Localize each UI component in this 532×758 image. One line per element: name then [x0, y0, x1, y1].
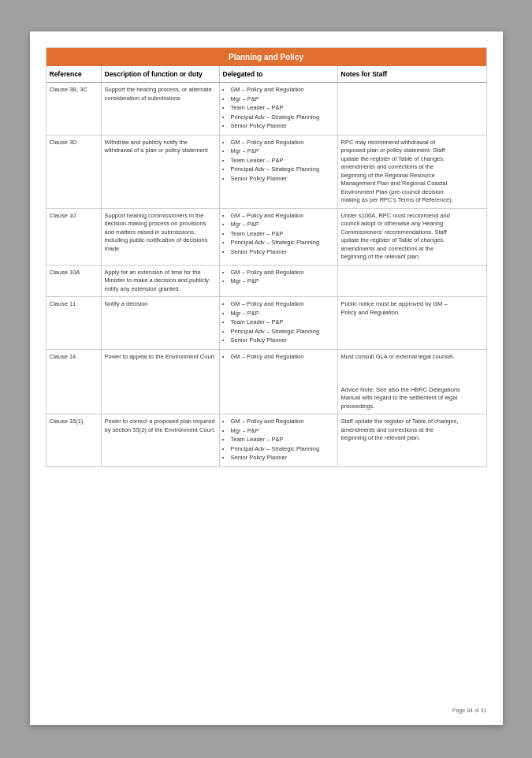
table-row: Clause 10Support hearing commissioners i… — [47, 209, 486, 266]
cell-delegated: GM – Policy and RegulationMgr – P&PTeam … — [220, 209, 338, 265]
cell-notes: Public notice must be approved by GM – P… — [338, 297, 464, 349]
col-header-description: Description of function or duty — [102, 66, 220, 82]
cell-description: Power to correct a proposed plan require… — [102, 414, 220, 466]
cell-description: Withdraw and publicly notify the withdra… — [102, 136, 220, 208]
main-table: Planning and Policy Reference Descriptio… — [46, 47, 487, 467]
cell-delegated: GM – Policy and RegulationMgr – P&PTeam … — [220, 297, 338, 349]
cell-reference: Clause 11 — [47, 297, 102, 349]
table-row: Clause 10AApply for an extension of time… — [47, 266, 486, 298]
table-row: Clause 11Notify a decisionGM – Policy an… — [47, 297, 486, 350]
col-header-reference: Reference — [47, 66, 102, 82]
cell-description: Power to appeal to the Environment Court — [102, 350, 220, 414]
table-row: Clause 3DWithdraw and publicly notify th… — [47, 136, 486, 209]
cell-notes: Staff update the register of Table of ch… — [338, 414, 464, 466]
cell-description: Support hearing commissioners in the dec… — [102, 209, 220, 265]
table-body: Clause 3B, 3CSupport the hearing process… — [47, 83, 486, 466]
cell-notes: Under s106A, RPC must recommend and coun… — [338, 209, 464, 265]
cell-reference: Clause 3B, 3C — [47, 83, 102, 135]
table-row: Clause 14Power to appeal to the Environm… — [47, 350, 486, 415]
col-header-notes: Notes for Staff — [338, 66, 464, 82]
table-row: Clause 16(1)Power to correct a proposed … — [47, 414, 486, 466]
cell-reference: Clause 10A — [47, 266, 102, 297]
cell-notes: RPC may recommend withdrawal of proposed… — [338, 136, 464, 208]
col-header-delegated: Delegated to — [220, 66, 338, 82]
table-title: Planning and Policy — [47, 48, 486, 66]
cell-reference: Clause 3D — [47, 136, 102, 208]
cell-description: Support the hearing process, or alternat… — [102, 83, 220, 135]
cell-reference: Clause 14 — [47, 350, 102, 414]
cell-delegated: GM – Policy and RegulationMgr – P&P — [220, 266, 338, 297]
cell-delegated: GM – Policy and RegulationMgr – P&PTeam … — [220, 136, 338, 208]
cell-delegated: GM – Policy and RegulationMgr – P&PTeam … — [220, 83, 338, 135]
cell-description: Notify a decision — [102, 297, 220, 349]
page-number: Page 84 of 41 — [452, 708, 487, 713]
cell-notes: Must consult GLA or external legal couns… — [338, 350, 464, 414]
cell-delegated: GM – Policy and RegulationMgr – P&PTeam … — [220, 414, 338, 466]
cell-delegated: GM – Policy and Regulation — [220, 350, 338, 414]
table-header: Reference Description of function or dut… — [47, 66, 486, 83]
cell-description: Apply for an extension of time for the M… — [102, 266, 220, 297]
cell-notes — [338, 83, 464, 135]
cell-reference: Clause 16(1) — [47, 414, 102, 466]
page: Planning and Policy Reference Descriptio… — [30, 32, 503, 725]
table-row: Clause 3B, 3CSupport the hearing process… — [47, 83, 486, 136]
cell-notes — [338, 266, 464, 297]
cell-reference: Clause 10 — [47, 209, 102, 265]
